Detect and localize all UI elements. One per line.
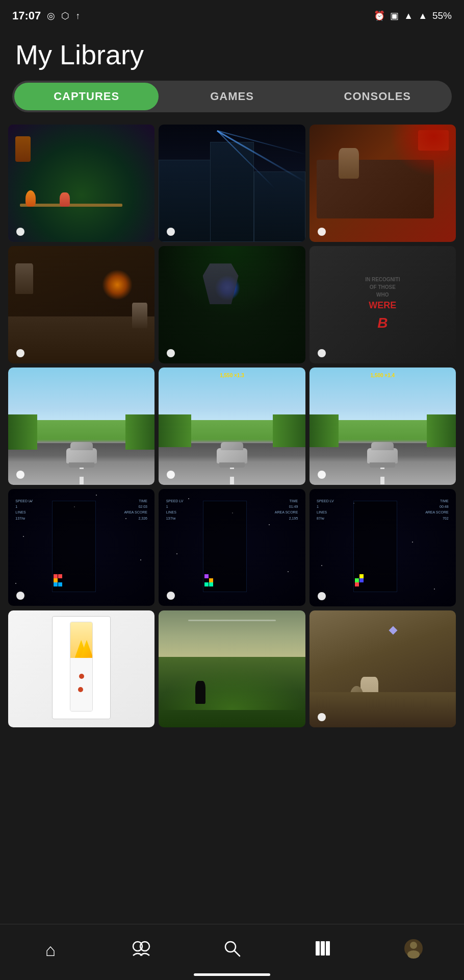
svg-point-8 (410, 942, 417, 949)
svg-point-1 (140, 942, 149, 951)
vibrate-icon: ▣ (390, 10, 399, 21)
capture-item-10[interactable]: SPEED LV1LINES137/w TIME01:49AREA SCORE2… (159, 489, 305, 606)
tabs-container: CAPTURES GAMES CONSOLES (12, 81, 452, 112)
wifi-icon: ▲ (404, 11, 413, 21)
signal-icon: ▲ (418, 11, 427, 21)
capture-item-4[interactable] (159, 246, 305, 363)
capture-dot-14 (318, 713, 326, 721)
capture-dot-7 (167, 471, 175, 479)
tab-consoles[interactable]: CONSOLES (305, 83, 450, 110)
tab-games[interactable]: GAMES (160, 83, 304, 110)
svg-point-9 (407, 950, 420, 959)
capture-item-8[interactable]: 1,500 ×1.4 (310, 368, 456, 485)
capture-item-1[interactable] (159, 125, 305, 242)
bottom-navigation: ⌂ (0, 924, 464, 980)
home-indicator (194, 973, 270, 976)
profile-avatar-icon (403, 938, 424, 961)
nav-friends[interactable] (96, 940, 187, 959)
hud-overlay-8: 1,500 ×1.4 (371, 373, 395, 378)
svg-line-3 (234, 950, 240, 956)
nav-home[interactable]: ⌂ (5, 941, 96, 959)
capture-item-13[interactable] (159, 610, 305, 728)
capture-dot-6 (16, 471, 24, 479)
capture-item-14[interactable] (310, 610, 456, 728)
capture-item-12[interactable] (8, 610, 154, 728)
capture-item-3[interactable] (8, 246, 154, 363)
nav-library[interactable] (277, 939, 368, 960)
capture-item-7[interactable]: 1,550 ×1.3 (159, 368, 305, 485)
time-display: 17:07 (12, 9, 41, 22)
hud-overlay-7: 1,550 ×1.3 (220, 373, 244, 378)
capture-dot-8 (318, 471, 326, 479)
battery-display: 55% (432, 10, 452, 21)
status-icons: ⏰ ▣ ▲ ▲ 55% (374, 10, 452, 21)
capture-dot-11 (318, 592, 326, 600)
tab-captures[interactable]: CAPTURES (14, 83, 159, 110)
page-title: My Library (15, 39, 449, 70)
capture-dot-0 (16, 228, 24, 236)
capture-item-2[interactable] (310, 125, 456, 242)
capture-dot-5 (318, 349, 326, 357)
nav-search[interactable] (187, 939, 277, 960)
capture-item-0[interactable] (8, 125, 154, 242)
capture-item-6[interactable] (8, 368, 154, 485)
header: My Library (0, 29, 464, 81)
status-icon-upload: ↑ (75, 11, 80, 21)
capture-item-5[interactable]: IN RECOGNITI OF THOSE WHO WERE B (310, 246, 456, 363)
status-bar: 17:07 ◎ ⬡ ↑ ⏰ ▣ ▲ ▲ 55% (0, 0, 464, 29)
status-icon-cam: ◎ (47, 10, 55, 21)
capture-dot-2 (318, 228, 326, 236)
status-icon-twitch: ⬡ (61, 10, 69, 21)
svg-rect-4 (316, 941, 320, 955)
capture-item-11[interactable]: SPEED LV1LINES87/w TIME00:48AREA SCORE70… (310, 489, 456, 606)
friends-icon (131, 940, 151, 959)
capture-item-9[interactable]: SPEED LV1LINES137/w TIME02:03AREA SCORE2… (8, 489, 154, 606)
library-icon (314, 939, 332, 960)
captures-grid: IN RECOGNITI OF THOSE WHO WERE B 1,550 ×… (0, 125, 464, 789)
nav-profile[interactable] (368, 938, 459, 961)
search-icon (223, 939, 241, 960)
capture-dot-3 (16, 349, 24, 357)
memorial-content: IN RECOGNITI OF THOSE WHO WERE B (310, 246, 456, 363)
svg-rect-6 (326, 941, 330, 955)
svg-rect-5 (321, 941, 325, 955)
home-icon: ⌂ (45, 941, 56, 959)
status-time: 17:07 ◎ ⬡ ↑ (12, 9, 80, 22)
capture-dot-4 (167, 349, 175, 357)
alarm-icon: ⏰ (374, 10, 385, 21)
